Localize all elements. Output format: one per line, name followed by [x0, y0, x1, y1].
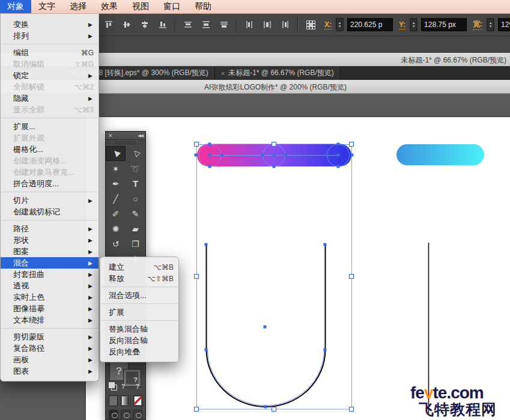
scale-tool[interactable]: ❐: [126, 236, 145, 251]
menu-item-label: 扩展...: [13, 121, 94, 132]
menu-item-全部解锁: 全部解锁⌥⌘2: [1, 81, 99, 93]
menu-item-建立[interactable]: 建立⌥⌘B: [100, 261, 178, 273]
menu-item-label: 混合选项...: [109, 290, 174, 301]
reference-point-grid-icon[interactable]: [303, 17, 318, 32]
menu-item-图像描摹[interactable]: 图像描摹▶: [1, 303, 99, 314]
width-input[interactable]: 129.125 p: [498, 18, 510, 31]
magic-wand-tool[interactable]: ✶: [106, 161, 126, 176]
menu-item-文本绕排[interactable]: 文本绕排▶: [1, 314, 99, 326]
ellipse-tool[interactable]: ○: [126, 191, 145, 206]
menu-item-形状[interactable]: 形状▶: [1, 234, 99, 246]
rotate-tool[interactable]: ↺: [106, 236, 126, 251]
align-hcenter-icon[interactable]: [137, 17, 153, 32]
lasso-tool[interactable]: ➰: [126, 161, 145, 176]
menu-item-扩展[interactable]: 扩展: [100, 306, 178, 318]
menubar-item-文字[interactable]: 文字: [31, 0, 62, 13]
menubar-item-选择[interactable]: 选择: [62, 0, 94, 13]
pencil-tool[interactable]: ✎: [126, 206, 145, 221]
panel-collapse-icon[interactable]: ◀◀: [138, 133, 143, 138]
panel-close-icon[interactable]: ✕: [108, 133, 113, 139]
direct-selection-tool[interactable]: ▷: [126, 146, 145, 161]
menu-item-扩展[interactable]: 扩展...: [1, 121, 99, 132]
menu-item-label: 画板: [13, 355, 88, 365]
menu-item-隐藏[interactable]: 隐藏▶: [1, 93, 99, 104]
gradient-fill-button[interactable]: [121, 395, 130, 406]
menu-separator: [1, 118, 98, 118]
scale-tool-icon: ❐: [132, 239, 139, 249]
document-tab[interactable]: ×未标题-1* @ 66.67% (RGB/预览): [215, 66, 341, 80]
menu-item-切片[interactable]: 切片▶: [1, 195, 99, 206]
menu-item-创建裁切标记[interactable]: 创建裁切标记: [1, 206, 99, 218]
draw-behind-mode-button[interactable]: [121, 410, 130, 420]
menu-item-反向堆叠[interactable]: 反向堆叠: [100, 346, 178, 358]
menu-item-透视[interactable]: 透视▶: [1, 280, 99, 291]
none-fill-button[interactable]: [133, 395, 142, 406]
mini-stroke-indicator: ?: [136, 383, 139, 390]
y-stepper[interactable]: ▲▼: [410, 18, 417, 31]
menu-item-排列[interactable]: 排列▶: [1, 30, 99, 41]
menu-item-图案[interactable]: 图案▶: [1, 246, 99, 257]
align-vcenter-icon[interactable]: [119, 17, 135, 32]
menu-item-图表[interactable]: 图表▶: [1, 365, 99, 377]
menu-item-实时上色[interactable]: 实时上色▶: [1, 291, 99, 303]
magic-wand-tool-icon: ✶: [112, 164, 120, 174]
y-input[interactable]: 128.75 px: [421, 18, 467, 31]
distribute-right-icon[interactable]: [278, 17, 293, 32]
menu-item-混合[interactable]: 混合▶: [1, 257, 99, 269]
menu-item-label: 创建裁切标记: [13, 207, 94, 218]
menu-item-栅格化[interactable]: 栅格化...: [1, 144, 99, 155]
distribute-vcenter-icon[interactable]: [198, 17, 214, 32]
line-tool[interactable]: ╱: [106, 191, 126, 206]
menu-item-反向混合轴[interactable]: 反向混合轴: [100, 335, 178, 346]
submenu-arrow-icon: ▶: [88, 334, 94, 340]
submenu-arrow-icon: ▶: [88, 368, 94, 374]
align-bottom-icon[interactable]: [155, 17, 171, 32]
menu-item-混合选项[interactable]: 混合选项...: [100, 290, 178, 301]
menu-item-锁定[interactable]: 锁定▶: [1, 70, 99, 81]
blob-brush-tool[interactable]: ✺: [106, 221, 126, 236]
menu-item-复合路径[interactable]: 复合路径▶: [1, 342, 99, 354]
menu-item-label: 建立: [109, 262, 153, 273]
menu-item-替换混合轴[interactable]: 替换混合轴: [100, 323, 178, 335]
menu-item-label: 透视: [13, 281, 88, 291]
menu-item-路径[interactable]: 路径▶: [1, 223, 99, 234]
submenu-arrow-icon: ▶: [88, 294, 94, 300]
menu-shortcut: ⌥⌘B: [153, 263, 174, 272]
draw-inside-mode-button[interactable]: [133, 410, 142, 420]
selection-tool[interactable]: ▶: [106, 146, 126, 161]
distribute-bottom-icon[interactable]: [216, 17, 232, 32]
x-input[interactable]: 220.625 p: [347, 18, 393, 31]
color-fill-button[interactable]: [109, 395, 118, 406]
panel-grip[interactable]: [106, 140, 145, 146]
pen-tool[interactable]: ✒: [106, 176, 126, 191]
menu-item-封套扭曲[interactable]: 封套扭曲▶: [1, 269, 99, 280]
default-fill-stroke-icon[interactable]: [109, 382, 117, 390]
menubar-item-效果[interactable]: 效果: [94, 0, 125, 13]
menu-item-编组[interactable]: 编组⌘G: [1, 47, 99, 58]
tab-close-icon[interactable]: ×: [221, 70, 225, 77]
menu-item-变换[interactable]: 变换▶: [1, 19, 99, 30]
align-top-icon[interactable]: [101, 17, 117, 32]
distribute-top-icon[interactable]: [180, 17, 196, 32]
menubar-item-对象[interactable]: 对象: [0, 0, 31, 13]
width-stepper[interactable]: ▲▼: [487, 18, 494, 31]
distribute-left-icon[interactable]: [241, 17, 257, 32]
menu-item-扩展外观: 扩展外观: [1, 132, 99, 144]
type-tool[interactable]: T: [126, 176, 145, 191]
draw-normal-mode-button[interactable]: [109, 410, 118, 420]
menu-item-拼合透明度[interactable]: 拼合透明度...: [1, 178, 99, 189]
menu-item-剪切蒙版[interactable]: 剪切蒙版▶: [1, 331, 99, 342]
menubar-item-视图[interactable]: 视图: [125, 0, 156, 13]
submenu-arrow-icon: ▶: [88, 226, 94, 232]
menu-item-label: 释放: [109, 273, 147, 284]
menubar-item-窗口[interactable]: 窗口: [156, 0, 187, 13]
menubar-item-帮助[interactable]: 帮助: [187, 0, 219, 13]
menu-separator: [1, 192, 98, 192]
paintbrush-tool[interactable]: ✐: [106, 206, 126, 221]
x-stepper[interactable]: ▲▼: [336, 18, 344, 31]
menu-item-释放[interactable]: 释放⌥⇧⌘B: [100, 273, 178, 284]
distribute-hcenter-icon[interactable]: [260, 17, 275, 32]
eraser-tool[interactable]: ▰: [126, 221, 145, 236]
menu-item-label: 切片: [13, 195, 88, 206]
menu-item-画板[interactable]: 画板▶: [1, 354, 99, 365]
